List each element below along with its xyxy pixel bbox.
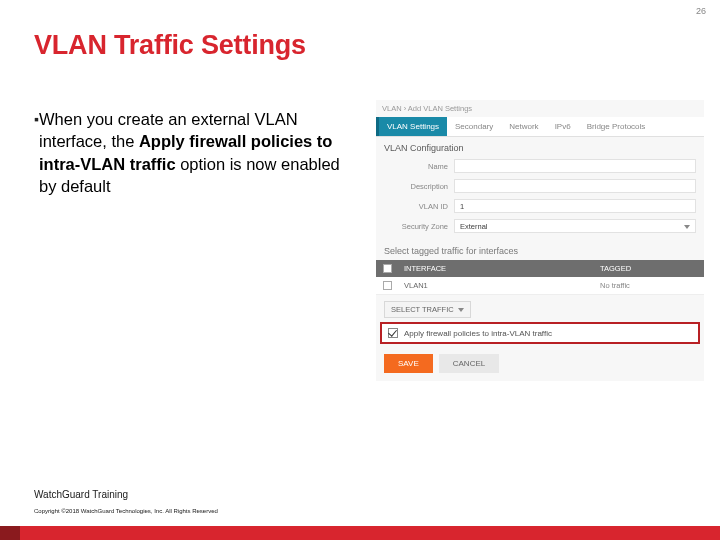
apply-firewall-label: Apply firewall policies to intra-VLAN tr…: [404, 329, 552, 338]
row-vlanid: VLAN ID 1: [376, 196, 704, 216]
cell-interface: VLAN1: [398, 277, 594, 294]
select-security-zone[interactable]: External: [454, 219, 696, 233]
cancel-button[interactable]: CANCEL: [439, 354, 499, 373]
tab-ipv6[interactable]: IPv6: [547, 117, 579, 136]
input-vlanid[interactable]: 1: [454, 199, 696, 213]
footer-text: WatchGuard Training: [34, 489, 128, 500]
copyright: Copyright ©2018 WatchGuard Technologies,…: [34, 508, 218, 514]
bullet-text: When you create an external VLAN interfa…: [39, 108, 354, 197]
interface-table: INTERFACE TAGGED VLAN1 No traffic: [376, 260, 704, 295]
col-interface: INTERFACE: [398, 260, 594, 277]
bottom-bar-accent: [0, 526, 20, 540]
header-checkbox[interactable]: [383, 264, 392, 273]
select-traffic-label: SELECT TRAFFIC: [391, 305, 454, 314]
row-checkbox[interactable]: [383, 281, 392, 290]
select-traffic-dropdown[interactable]: SELECT TRAFFIC: [384, 301, 471, 318]
tab-network[interactable]: Network: [501, 117, 546, 136]
sub-title: Select tagged traffic for interfaces: [376, 236, 704, 260]
apply-firewall-row: Apply firewall policies to intra-VLAN tr…: [380, 322, 700, 344]
row-checkbox-cell: [376, 277, 398, 294]
label-vlanid: VLAN ID: [384, 202, 454, 211]
header-checkbox-cell: [376, 260, 398, 277]
bottom-bar: [0, 526, 720, 540]
row-security-zone: Security Zone External: [376, 216, 704, 236]
page-title: VLAN Traffic Settings: [34, 30, 306, 61]
row-name: Name: [376, 156, 704, 176]
cell-tagged: No traffic: [594, 277, 704, 294]
table-row: VLAN1 No traffic: [376, 277, 704, 295]
embedded-screenshot: VLAN › Add VLAN Settings VLAN Settings S…: [376, 100, 704, 381]
tab-bar: VLAN Settings Secondary Network IPv6 Bri…: [376, 117, 704, 137]
col-tagged: TAGGED: [594, 260, 704, 277]
label-security-zone: Security Zone: [384, 222, 454, 231]
tab-secondary[interactable]: Secondary: [447, 117, 501, 136]
apply-firewall-checkbox[interactable]: [388, 328, 398, 338]
breadcrumb: VLAN › Add VLAN Settings: [376, 100, 704, 117]
table-header: INTERFACE TAGGED: [376, 260, 704, 277]
tab-bridge-protocols[interactable]: Bridge Protocols: [579, 117, 654, 136]
bullet-item: ▪ When you create an external VLAN inter…: [34, 108, 354, 197]
input-name[interactable]: [454, 159, 696, 173]
section-title: VLAN Configuration: [376, 137, 704, 156]
label-name: Name: [384, 162, 454, 171]
page-number: 26: [696, 6, 706, 16]
tab-vlan-settings[interactable]: VLAN Settings: [376, 117, 447, 136]
input-description[interactable]: [454, 179, 696, 193]
row-description: Description: [376, 176, 704, 196]
save-button[interactable]: SAVE: [384, 354, 433, 373]
chevron-down-icon: [458, 308, 464, 312]
label-description: Description: [384, 182, 454, 191]
button-row: SAVE CANCEL: [376, 350, 704, 381]
